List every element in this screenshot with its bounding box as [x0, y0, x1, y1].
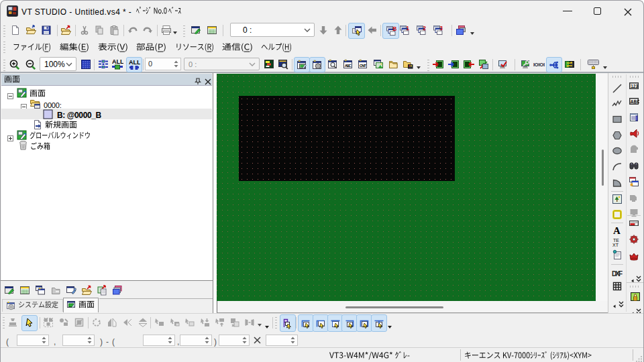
svg-text:CNT: CNT	[360, 64, 366, 68]
svg-text:IOIOI: IOIOI	[533, 62, 545, 68]
svg-text:ABC: ABC	[345, 64, 352, 68]
svg-text:ABC: ABC	[631, 99, 639, 104]
svg-text:123: 123	[631, 84, 638, 88]
svg-text:A: A	[613, 225, 621, 235]
svg-text:2: 2	[423, 25, 426, 32]
svg-text:DXF: DXF	[612, 270, 623, 278]
svg-text:1: 1	[406, 25, 409, 32]
svg-text:TE: TE	[613, 238, 619, 243]
svg-text:B: B	[392, 25, 396, 32]
svg-text:ALL: ALL	[129, 60, 140, 66]
svg-text:ALL: ALL	[112, 59, 123, 65]
svg-text:3: 3	[439, 25, 443, 32]
svg-text:XT: XT	[612, 243, 619, 247]
